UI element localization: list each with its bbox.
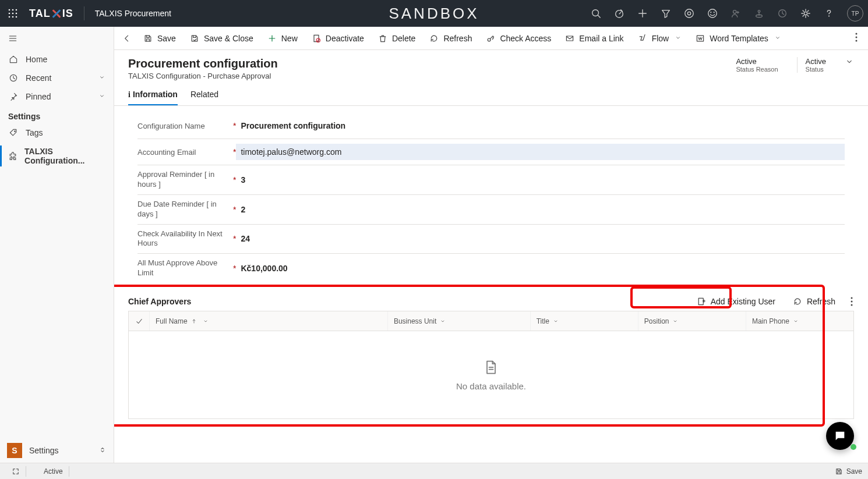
tab-information[interactable]: iInformation — [128, 84, 178, 105]
field-label-approval-reminder: Approval Reminder [ in hours ] — [137, 170, 231, 190]
chat-fab[interactable] — [826, 422, 854, 450]
deactivate-icon — [312, 34, 321, 43]
sidebar-item-home[interactable]: Home — [0, 50, 114, 69]
chevron-down-icon — [793, 318, 799, 324]
cmd-label: Word Templates — [710, 34, 768, 43]
check-access-button[interactable]: Check Access — [480, 30, 557, 47]
svg-point-3 — [9, 13, 10, 15]
status-group: Active Status Reason Active Status — [736, 57, 854, 73]
grid-refresh-button[interactable]: Refresh — [789, 295, 839, 308]
save-close-button[interactable]: Save & Close — [184, 30, 259, 47]
chevron-down-icon — [672, 318, 678, 324]
status-reason-value: Active — [736, 57, 778, 66]
sort-asc-icon — [191, 318, 197, 324]
sidebar-item-talxis-configurations[interactable]: TALXIS Configuration... — [0, 142, 114, 170]
page-title: Procurement configuration — [128, 57, 278, 70]
refresh-button[interactable]: Refresh — [424, 30, 478, 47]
col-full-name[interactable]: Full Name — [150, 311, 388, 331]
smile-icon[interactable] — [707, 8, 718, 19]
svg-line-10 — [598, 16, 601, 18]
save-button[interactable]: Save — [137, 30, 182, 47]
grid-header: Full Name Business Unit Title Position — [129, 311, 853, 331]
svg-point-23 — [804, 12, 807, 15]
commandbar-overflow[interactable] — [849, 29, 863, 47]
person-icon[interactable] — [731, 8, 741, 19]
sidebar-item-pinned[interactable]: Pinned — [0, 87, 114, 106]
avatar[interactable]: TP — [847, 5, 863, 22]
svg-point-2 — [16, 9, 17, 11]
cmd-label: Refresh — [443, 34, 472, 43]
mail-icon — [565, 34, 574, 43]
sidebar: Home Recent Pinned Settings Tags TALXIS … — [0, 27, 114, 463]
flow-button[interactable]: Flow — [632, 30, 688, 47]
search-icon[interactable] — [591, 8, 601, 19]
plus-icon[interactable] — [637, 8, 648, 19]
chevron-down-icon — [675, 34, 682, 43]
tab-related[interactable]: Related — [190, 84, 218, 105]
form-body: Configuration Name * Procurement configu… — [114, 106, 868, 463]
word-templates-button[interactable]: Word Templates — [690, 30, 787, 47]
statusbar-save-button[interactable]: Save — [835, 467, 862, 476]
refresh-icon — [429, 34, 439, 43]
add-user-icon — [697, 297, 706, 306]
sidebar-item-recent[interactable]: Recent — [0, 69, 114, 87]
add-existing-user-button[interactable]: Add Existing User — [693, 295, 779, 308]
field-value-check-availability[interactable]: 24 — [236, 230, 845, 247]
fullscreen-button[interactable] — [6, 466, 26, 477]
chevron-down-icon — [203, 318, 209, 324]
topbar: TALIS TALXIS Procurement SANDBOX TP — [0, 0, 868, 27]
joystick-icon[interactable] — [754, 8, 764, 19]
svg-point-37 — [856, 33, 858, 35]
menu-toggle[interactable] — [0, 27, 114, 50]
status-expand[interactable] — [845, 57, 854, 66]
deactivate-button[interactable]: Deactivate — [306, 30, 370, 47]
cmd-label: Delete — [392, 34, 415, 43]
topbar-right-group: TP — [591, 5, 863, 22]
svg-line-33 — [317, 38, 320, 41]
form-header: Procurement configuration TALXIS Configu… — [114, 50, 868, 84]
sidebar-section-heading: Settings — [0, 106, 114, 123]
back-button[interactable] — [119, 34, 135, 43]
delete-button[interactable]: Delete — [372, 30, 421, 47]
svg-point-38 — [856, 37, 858, 38]
sidebar-item-label: Home — [26, 55, 47, 64]
brand-logo: TALIS — [29, 8, 73, 20]
col-position[interactable]: Position — [638, 311, 746, 331]
timer-icon[interactable] — [614, 8, 624, 19]
chevron-down-icon — [440, 318, 446, 324]
svg-point-42 — [851, 301, 853, 303]
assist-icon[interactable] — [684, 8, 694, 19]
sidebar-item-tags[interactable]: Tags — [0, 123, 114, 142]
svg-point-18 — [714, 12, 714, 13]
new-button[interactable]: New — [262, 30, 304, 47]
grid-overflow[interactable] — [849, 295, 854, 308]
col-business-unit[interactable]: Business Unit — [388, 311, 531, 331]
field-value-approve-limit[interactable]: Kč10,000.00 — [236, 260, 845, 276]
sidebar-item-label: Pinned — [26, 92, 51, 101]
app-launcher-icon[interactable] — [5, 9, 21, 18]
col-title[interactable]: Title — [531, 311, 638, 331]
field-label-check-availability: Check Availability In Next Hours — [137, 229, 231, 249]
svg-point-41 — [851, 297, 853, 299]
filter-icon[interactable] — [661, 8, 671, 19]
act-label: Refresh — [807, 297, 835, 306]
sidebar-item-label: Recent — [26, 73, 51, 83]
field-value-config-name[interactable]: Procurement configuration — [236, 118, 845, 134]
col-label: Main Phone — [752, 317, 789, 325]
field-value-due-date-reminder[interactable]: 2 — [236, 201, 845, 218]
svg-point-29 — [15, 131, 16, 132]
status-value: Active — [806, 57, 826, 66]
help-icon[interactable] — [824, 8, 834, 19]
brand-divider — [84, 6, 84, 20]
col-label: Position — [644, 317, 669, 325]
clock-icon[interactable] — [777, 8, 788, 19]
col-main-phone[interactable]: Main Phone — [746, 311, 853, 331]
sidebar-footer[interactable]: S Settings — [0, 438, 114, 463]
svg-point-8 — [16, 16, 17, 18]
field-value-approval-reminder[interactable]: 3 — [236, 172, 845, 188]
email-link-button[interactable]: Email a Link — [559, 30, 629, 47]
field-value-accounting-email[interactable]: timotej.palus@networg.com — [236, 144, 845, 160]
status-reason-label: Status Reason — [736, 66, 778, 73]
gear-icon[interactable] — [800, 8, 811, 19]
col-select-all[interactable] — [129, 311, 150, 331]
